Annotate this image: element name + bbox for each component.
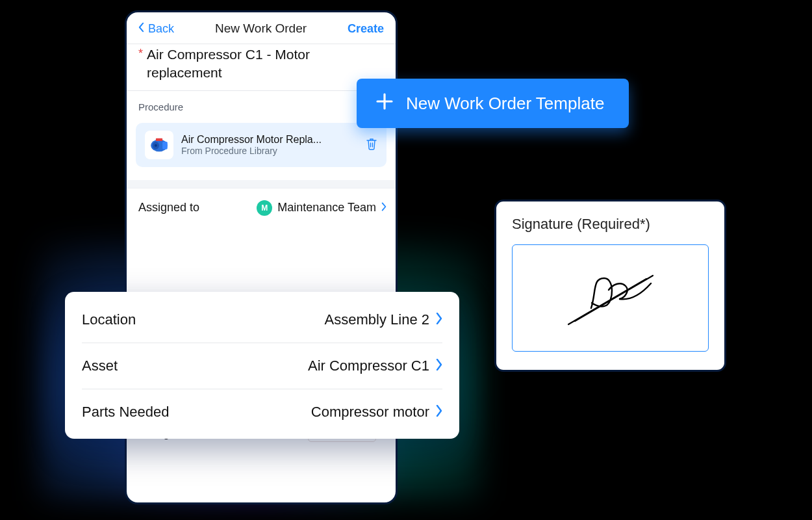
signature-card: Signature (Required*) <box>494 200 726 372</box>
procedure-card[interactable]: Air Compressor Motor Repla... From Proce… <box>136 123 387 167</box>
parts-needed-value: Compressor motor <box>311 404 429 421</box>
parts-needed-label: Parts Needed <box>82 404 170 421</box>
asset-label: Asset <box>82 358 118 374</box>
signature-scribble-icon <box>555 263 666 334</box>
work-order-title-value: Air Compressor C1 - Motor replacement <box>147 46 384 83</box>
template-button-label: New Work Order Template <box>406 94 604 114</box>
procedure-label: Procedure <box>138 101 384 112</box>
assigned-to-value: Maintenance Team <box>277 201 376 214</box>
location-value: Assembly Line 2 <box>325 311 429 328</box>
svg-rect-4 <box>156 138 162 140</box>
form-header: Back New Work Order Create <box>127 12 396 44</box>
required-asterisk-icon: * <box>138 47 143 60</box>
chevron-left-icon <box>138 22 144 36</box>
parts-needed-row[interactable]: Parts Needed Compressor motor <box>82 389 442 435</box>
work-order-title-field[interactable]: * Air Compressor C1 - Motor replacement <box>127 44 396 91</box>
assigned-to-label: Assigned to <box>138 201 199 214</box>
plus-icon <box>375 92 394 116</box>
delete-procedure-button[interactable] <box>366 137 377 153</box>
signature-title: Signature (Required*) <box>512 216 709 233</box>
procedure-source: From Procedure Library <box>181 146 358 156</box>
signature-pad[interactable] <box>512 244 709 352</box>
chevron-right-icon <box>436 311 442 328</box>
assigned-to-row[interactable]: Assigned to M Maintenance Team <box>127 188 396 228</box>
new-work-order-template-button[interactable]: New Work Order Template <box>357 79 629 128</box>
chevron-right-icon <box>436 404 442 421</box>
svg-rect-3 <box>162 142 168 150</box>
create-button[interactable]: Create <box>348 22 384 36</box>
asset-value: Air Compressor C1 <box>308 358 429 374</box>
procedure-text: Air Compressor Motor Repla... From Proce… <box>181 134 358 156</box>
back-button[interactable]: Back <box>138 22 174 36</box>
location-label: Location <box>82 311 136 328</box>
svg-point-2 <box>155 144 157 146</box>
section-divider <box>127 180 396 188</box>
assignee-avatar: M <box>257 200 272 216</box>
chevron-right-icon <box>381 201 387 214</box>
procedure-name: Air Compressor Motor Repla... <box>181 134 358 146</box>
chevron-right-icon <box>436 358 442 374</box>
location-row[interactable]: Location Assembly Line 2 <box>82 297 442 343</box>
asset-row[interactable]: Asset Air Compressor C1 <box>82 343 442 389</box>
procedure-section: Procedure <box>127 91 396 115</box>
procedure-thumbnail <box>145 131 173 159</box>
back-label: Back <box>148 22 174 36</box>
trash-icon <box>366 137 377 150</box>
form-title: New Work Order <box>215 21 307 36</box>
work-order-details-card: Location Assembly Line 2 Asset Air Compr… <box>65 292 459 439</box>
compressor-icon <box>148 136 170 154</box>
